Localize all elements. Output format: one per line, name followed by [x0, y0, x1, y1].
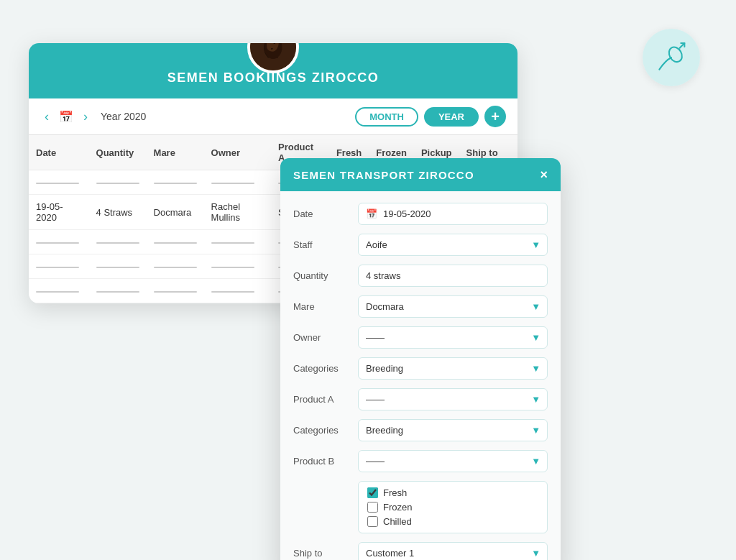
modal-card: SEMEN TRANSPORT ZIROCCO × Date 📅 19-05-2… [280, 158, 561, 560]
product-b-row: Product B —— ▼ [293, 450, 548, 472]
checkbox-group: Fresh Frozen Chilled [358, 481, 548, 533]
prev-nav-button[interactable]: ‹ [40, 108, 53, 126]
mare-row: Mare Docmara ▼ [293, 295, 548, 318]
categories2-row: Categories Breeding ▼ [293, 419, 548, 441]
categories1-select-wrap: Breeding ▼ [358, 357, 548, 380]
staff-row: Staff Aoife ▼ [293, 234, 548, 256]
cell-mare: Docmara [147, 195, 204, 230]
owner-select-wrap: —— ▼ [358, 326, 548, 349]
categories1-row: Categories Breeding ▼ [293, 357, 548, 380]
chilled-checkbox[interactable] [367, 516, 378, 527]
categories1-label: Categories [293, 363, 351, 374]
year-label: Year 2020 [101, 111, 146, 122]
calendar-icon: 📅 [59, 110, 73, 124]
horse-avatar [247, 43, 299, 73]
modal-body: Date 📅 19-05-2020 Staff Aoife ▼ Quantity… [280, 191, 561, 560]
col-quantity: Quantity [89, 135, 147, 170]
product-b-select-wrap: —— ▼ [358, 450, 548, 472]
chilled-label: Chilled [383, 516, 412, 527]
product-b-select[interactable]: —— [358, 450, 548, 472]
cell-quantity: 4 Straws [89, 195, 147, 230]
cell-owner: Rachel Mullins [204, 195, 271, 230]
month-button[interactable]: MONTH [355, 107, 418, 127]
quantity-label: Quantity [293, 270, 351, 281]
frozen-label: Frozen [383, 502, 412, 513]
col-owner: Owner [204, 135, 271, 170]
staff-label: Staff [293, 239, 351, 250]
modal-close-button[interactable]: × [540, 168, 548, 181]
table-header: SEMEN BOOKIINGS ZIROCCO [29, 43, 518, 98]
fresh-label: Fresh [383, 487, 407, 498]
date-value: 19-05-2020 [383, 208, 431, 219]
mare-select[interactable]: Docmara [358, 295, 548, 318]
sperm-icon [653, 40, 689, 75]
col-mare: Mare [147, 135, 204, 170]
categories2-select-wrap: Breeding ▼ [358, 419, 548, 441]
mare-label: Mare [293, 301, 351, 312]
fresh-checkbox[interactable] [367, 487, 378, 498]
year-button[interactable]: YEAR [424, 107, 479, 127]
mare-select-wrap: Docmara ▼ [358, 295, 548, 318]
ship-to-select-wrap: Customer 1 ▼ [358, 542, 548, 560]
owner-select[interactable]: —— [358, 326, 548, 349]
date-row: Date 📅 19-05-2020 [293, 203, 548, 225]
date-label: Date [293, 208, 351, 219]
quantity-input[interactable]: 4 straws [358, 265, 548, 287]
sperm-icon-circle [643, 29, 700, 86]
categories1-select[interactable]: Breeding [358, 357, 548, 380]
ship-to-row: Ship to Customer 1 ▼ [293, 542, 548, 560]
fresh-checkbox-row[interactable]: Fresh [367, 487, 538, 498]
categories2-label: Categories [293, 425, 351, 436]
product-b-label: Product B [293, 456, 351, 467]
table-toolbar: ‹ 📅 › Year 2020 MONTH YEAR + [29, 98, 518, 135]
cell-date: 19-05-2020 [29, 195, 89, 230]
categories2-select[interactable]: Breeding [358, 419, 548, 441]
product-a-row: Product A —— ▼ [293, 388, 548, 410]
date-input[interactable]: 📅 19-05-2020 [358, 203, 548, 225]
modal-header: SEMEN TRANSPORT ZIROCCO × [280, 158, 561, 191]
owner-label: Owner [293, 332, 351, 343]
ship-to-select[interactable]: Customer 1 [358, 542, 548, 560]
product-a-select-wrap: —— ▼ [358, 388, 548, 410]
frozen-checkbox[interactable] [367, 502, 378, 513]
product-a-label: Product A [293, 394, 351, 405]
add-button[interactable]: + [484, 106, 506, 127]
col-date: Date [29, 135, 89, 170]
checkboxes-row: Fresh Frozen Chilled [293, 481, 548, 533]
chilled-checkbox-row[interactable]: Chilled [367, 516, 538, 527]
calendar-icon-small: 📅 [366, 208, 377, 219]
owner-row: Owner —— ▼ [293, 326, 548, 349]
staff-select[interactable]: Aoife [358, 234, 548, 256]
frozen-checkbox-row[interactable]: Frozen [367, 502, 538, 513]
modal-title: SEMEN TRANSPORT ZIROCCO [293, 169, 474, 181]
svg-point-5 [666, 45, 684, 64]
next-nav-button[interactable]: › [79, 108, 92, 126]
quantity-row: Quantity 4 straws [293, 265, 548, 287]
ship-to-label: Ship to [293, 548, 351, 559]
staff-select-wrap: Aoife ▼ [358, 234, 548, 256]
product-a-select[interactable]: —— [358, 388, 548, 410]
